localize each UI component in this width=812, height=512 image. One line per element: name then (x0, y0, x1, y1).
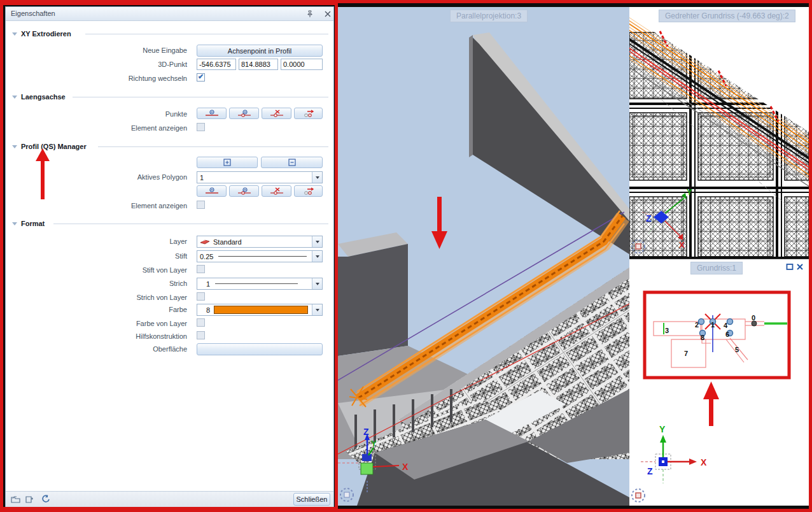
window-top-edge (338, 3, 809, 7)
section-divider (73, 97, 328, 97)
element-anzeigen-checkbox[interactable] (197, 123, 205, 131)
oberflaeche-label: Oberfläche (6, 345, 187, 353)
achsenpoint-button[interactable]: Achsenpoint in Profil (197, 45, 323, 57)
farbe-label: Farbe (6, 306, 187, 313)
collapse-icon[interactable] (12, 96, 17, 99)
inset-label-6: 6 (725, 331, 729, 338)
maximize-icon[interactable] (786, 263, 794, 271)
punkt-x-field[interactable] (197, 59, 236, 70)
delete-point-button[interactable] (262, 108, 291, 119)
viewport-grundriss[interactable]: 3 2 8 1 4 6 0 7 5 (629, 258, 809, 506)
layer-label: Layer (6, 238, 187, 245)
axis-x-label: X (402, 462, 409, 472)
viewport-gedrehter-grundriss[interactable]: Z Y X Gedrehter Grundriss (-49.663 deg):… (629, 7, 809, 257)
oberflaeche-button[interactable] (197, 343, 323, 355)
inset-label-4: 4 (724, 322, 728, 329)
load-favorite-icon[interactable] (11, 495, 20, 504)
axis-y-label: Y (687, 187, 692, 197)
add-point-icon (204, 110, 220, 117)
profil-insert-point-button[interactable] (229, 185, 259, 197)
axis-z-label: Z (363, 427, 369, 437)
strich-value: 1 (197, 280, 210, 288)
move-point-button[interactable] (294, 108, 323, 119)
dropdown-arrow-icon[interactable] (312, 172, 322, 183)
delete-point-icon (269, 110, 284, 117)
section-profil-manager[interactable]: Profil (QS) Manager (6, 143, 333, 152)
rotated-plan-drawing: Z Y X (629, 7, 809, 257)
schliessen-button[interactable]: Schließen (293, 493, 330, 506)
strich-von-layer-label: Strich von Layer (6, 294, 187, 301)
insert-point-button[interactable] (229, 108, 259, 119)
aktives-polygon-value: 1 (197, 174, 204, 181)
profil-move-point-button[interactable] (294, 185, 323, 197)
dropdown-arrow-icon[interactable] (312, 236, 322, 247)
panel-bottombar: Schließen (6, 491, 333, 507)
move-point-icon (301, 187, 316, 195)
panel-titlebar[interactable]: Eigenschaften (6, 7, 333, 21)
parallel-3d-scene: Z Y X (338, 7, 629, 506)
close-icon[interactable] (796, 263, 804, 271)
richtung-label: Richtung wechseln (6, 75, 187, 82)
hilfskonstruktion-checkbox[interactable] (197, 331, 205, 339)
dropdown-arrow-icon[interactable] (312, 251, 322, 262)
add-point-icon (204, 187, 220, 195)
collapse-icon[interactable] (12, 222, 17, 225)
dropdown-arrow-icon[interactable] (312, 278, 322, 289)
view-label-grundriss[interactable]: Grundriss:1 (690, 262, 743, 274)
section-laengsachse[interactable]: Laengsachse (6, 93, 333, 102)
strich-von-layer-checkbox[interactable] (197, 292, 205, 301)
profil-add-point-button[interactable] (197, 185, 227, 197)
pin-icon[interactable] (305, 9, 315, 19)
collapse-icon[interactable] (12, 32, 17, 36)
axis-y-label: Y (371, 439, 377, 448)
inset-label-8: 8 (701, 334, 704, 341)
undo-icon[interactable] (41, 494, 50, 504)
insert-point-icon (237, 187, 252, 195)
view-label-parallel[interactable]: Parallelprojektion:3 (450, 10, 528, 22)
move-point-icon (301, 110, 316, 117)
inset-label-7: 7 (684, 350, 688, 357)
punkt-y-field[interactable] (239, 59, 278, 70)
stift-von-layer-checkbox[interactable] (197, 265, 205, 273)
wall-edge (469, 35, 473, 157)
layer-icon (199, 238, 211, 246)
inset-label-2: 2 (695, 321, 699, 329)
stift-select[interactable]: 0.25 (197, 250, 323, 262)
farbe-von-layer-checkbox[interactable] (197, 318, 205, 327)
section-format[interactable]: Format (6, 220, 333, 229)
strich-select[interactable]: 1 (197, 278, 323, 290)
polygon-remove-button[interactable] (261, 157, 323, 168)
view-label-rotated[interactable]: Gedrehter Grundriss (-49.663 deg):2 (659, 10, 795, 22)
stift-von-layer-label: Stift von Layer (6, 266, 187, 274)
section-divider (53, 224, 328, 224)
collapse-icon[interactable] (12, 145, 17, 148)
layer-select[interactable]: Standard (197, 236, 323, 248)
viewport-parallelprojektion[interactable]: Z Y X Parallelprojektion:3 (338, 7, 629, 506)
aktives-polygon-label: Aktives Polygon (6, 173, 187, 181)
richtung-checkbox[interactable] (197, 73, 205, 82)
view-window-controls (786, 263, 804, 271)
punkte-label: Punkte (6, 110, 187, 118)
farbe-select[interactable]: 8 (197, 304, 323, 316)
line-style-preview (215, 283, 298, 284)
axis-x-label: X (679, 240, 685, 250)
element-anzeigen-label: Element anzeigen (6, 202, 187, 210)
polygon-add-button[interactable] (197, 157, 258, 168)
close-icon[interactable] (323, 9, 333, 19)
section-title: Laengsachse (21, 93, 66, 101)
profil-delete-point-button[interactable] (262, 185, 291, 197)
aktives-polygon-select[interactable]: 1 (197, 171, 323, 183)
section-xy-extrodieren[interactable]: XY Extrodieren (6, 30, 333, 39)
layer-value: Standard (211, 238, 242, 246)
neue-eingabe-label: Neue Eingabe (6, 46, 187, 54)
section-divider (85, 34, 328, 34)
punkt-z-field[interactable] (281, 59, 323, 70)
add-point-button[interactable] (197, 108, 227, 119)
element-anzeigen-checkbox[interactable] (197, 201, 205, 209)
window-bottom-edge (338, 506, 809, 509)
dropdown-arrow-icon[interactable] (312, 304, 322, 315)
insert-point-icon (237, 110, 252, 117)
section-title: XY Extrodieren (21, 30, 71, 38)
stift-label: Stift (6, 252, 187, 260)
save-favorite-icon[interactable] (25, 495, 34, 504)
